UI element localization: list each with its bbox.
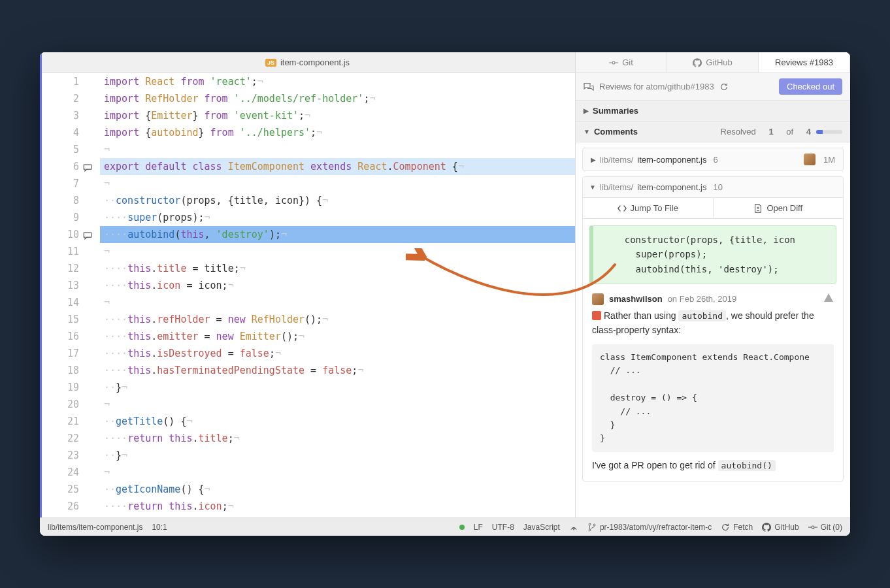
code-line[interactable]: ··getTitle() {¬ <box>100 413 575 430</box>
code-line[interactable]: import {autobind} from '../helpers';¬ <box>100 124 575 141</box>
side-panel-tabs: Git GitHub Reviews #1983 <box>576 52 850 73</box>
code-line[interactable]: ··}¬ <box>100 447 575 464</box>
code-line[interactable]: ¬ <box>100 464 575 481</box>
line-number-gutter[interactable]: 1234567891011121314151617181920212223242… <box>40 73 100 517</box>
jump-to-file-button[interactable]: Jump To File <box>583 198 714 218</box>
tab-git[interactable]: Git <box>576 52 667 73</box>
code-icon <box>618 204 627 213</box>
comment-marker-icon[interactable] <box>82 161 92 171</box>
tab-github[interactable]: GitHub <box>667 52 759 73</box>
app-window: JS item-component.js 1234567891011121314… <box>40 52 850 536</box>
diff-preview[interactable]: constructor(props, {title, icon super(pr… <box>589 225 836 284</box>
code-line[interactable]: ····this.isDestroyed = false;¬ <box>100 345 575 362</box>
svg-point-5 <box>589 529 591 531</box>
chevron-down-icon: ▼ <box>589 184 596 191</box>
thread-header[interactable]: ▼ lib/items/item-component.js 10 <box>583 177 843 198</box>
code-line[interactable]: ¬ <box>100 141 575 158</box>
code-line[interactable]: import RefHolder from '../models/ref-hol… <box>100 90 575 107</box>
chevron-down-icon: ▼ <box>584 128 590 135</box>
comment-date: on Feb 26th, 2019 <box>668 294 737 304</box>
comments-section-header[interactable]: ▼ Comments Resolved 1 of 4 <box>576 122 850 142</box>
github-icon <box>762 523 771 532</box>
main-area: JS item-component.js 1234567891011121314… <box>40 52 850 517</box>
comment-discussion-icon <box>584 82 594 92</box>
thread-actions: Jump To File Open Diff <box>583 198 843 219</box>
status-file-path[interactable]: lib/items/item-component.js <box>48 523 142 532</box>
status-line-ending[interactable]: LF <box>474 523 483 532</box>
refresh-icon[interactable] <box>719 82 729 91</box>
comment-marker-icon[interactable] <box>82 229 92 239</box>
code-line[interactable]: ¬ <box>100 175 575 192</box>
code-line[interactable]: ····autobind(this, 'destroy');¬ <box>100 226 575 243</box>
avatar <box>804 154 816 165</box>
status-fetch[interactable]: Fetch <box>721 523 753 532</box>
chevron-right-icon: ▶ <box>591 156 596 163</box>
sync-icon <box>721 523 730 532</box>
progress-bar <box>816 130 842 134</box>
js-file-icon: JS <box>265 59 276 67</box>
editor-pane: JS item-component.js 1234567891011121314… <box>40 52 576 517</box>
status-encoding[interactable]: UTF-8 <box>492 523 514 532</box>
svg-point-7 <box>812 525 814 528</box>
warning-icon <box>823 293 834 305</box>
code-line[interactable]: ····this.refHolder = new RefHolder();¬ <box>100 311 575 328</box>
svg-point-4 <box>589 523 591 525</box>
reviews-header: Reviews for atom/github#1983 Checked out <box>576 73 850 101</box>
svg-point-6 <box>593 524 595 526</box>
status-git[interactable]: Git (0) <box>808 523 842 532</box>
code-line[interactable]: ····return this.icon;¬ <box>100 498 575 515</box>
code-line[interactable]: ····this.icon = icon;¬ <box>100 277 575 294</box>
code-line[interactable]: ··constructor(props, {title, icon}) {¬ <box>100 192 575 209</box>
comment-author[interactable]: smashwilson <box>609 294 663 304</box>
avatar <box>592 293 604 305</box>
svg-point-3 <box>573 529 574 530</box>
code-line[interactable]: ····this.emitter = new Emitter();¬ <box>100 328 575 345</box>
editor-body[interactable]: 1234567891011121314151617181920212223242… <box>40 73 575 517</box>
resolved-progress-label: Resolved 1 of 4 <box>721 127 842 137</box>
code-line[interactable]: export default class ItemComponent exten… <box>100 158 575 175</box>
code-line[interactable]: ··getIconName() {¬ <box>100 481 575 498</box>
code-line[interactable]: ¬ <box>100 396 575 413</box>
status-github[interactable]: GitHub <box>762 523 799 532</box>
git-branch-icon <box>587 523 597 532</box>
reviews-for-label: Reviews for atom/github#1983 <box>599 82 714 91</box>
tab-reviews[interactable]: Reviews #1983 <box>759 52 850 73</box>
status-branch[interactable]: pr-1983/atom/vy/refractor-item-c <box>587 523 712 532</box>
code-line[interactable]: ¬ <box>100 294 575 311</box>
code-line[interactable]: ····this.title = title;¬ <box>100 260 575 277</box>
code-line[interactable]: ····return this.title;¬ <box>100 430 575 447</box>
open-diff-button[interactable]: Open Diff <box>714 198 844 218</box>
code-line[interactable]: import {Emitter} from 'event-kit';¬ <box>100 107 575 124</box>
code-line[interactable]: ··}¬ <box>100 379 575 396</box>
comment-thread-expanded: ▼ lib/items/item-component.js 10 Jump To… <box>582 176 844 482</box>
code-line[interactable]: ¬ <box>100 243 575 260</box>
svg-point-0 <box>612 61 615 63</box>
status-cursor-position[interactable]: 10:1 <box>152 523 167 532</box>
github-icon <box>693 58 702 67</box>
code-area[interactable]: import React from 'react';¬import RefHol… <box>100 73 575 517</box>
code-line[interactable]: ····this.hasTerminatedPendingState = fal… <box>100 362 575 379</box>
checked-out-button[interactable]: Checked out <box>779 78 842 95</box>
status-language[interactable]: JavaScript <box>523 523 560 532</box>
git-commit-icon <box>808 523 817 532</box>
status-clean-indicator <box>459 525 465 530</box>
status-signal-icon[interactable] <box>569 523 578 532</box>
code-line[interactable]: import React from 'react';¬ <box>100 73 575 90</box>
editor-tab-filename: item-component.js <box>280 57 350 67</box>
comment-thread-collapsed[interactable]: ▶ lib/items/item-component.js 6 1M <box>582 148 844 171</box>
editor-tabbar[interactable]: JS item-component.js <box>40 52 575 73</box>
file-diff-icon <box>753 204 763 213</box>
summaries-section-header[interactable]: ▶ Summaries <box>576 101 850 122</box>
chevron-right-icon: ▶ <box>584 107 589 114</box>
comment-body: Rather than using autobind, we should pr… <box>592 309 834 473</box>
suggestion-badge-icon <box>592 311 601 320</box>
code-example: class ItemComponent extends React.Compon… <box>592 344 834 453</box>
status-bar: lib/items/item-component.js 10:1 LF UTF-… <box>40 517 850 536</box>
code-line[interactable]: ····super(props);¬ <box>100 209 575 226</box>
reviews-panel: Git GitHub Reviews #1983 Reviews for ato… <box>576 52 850 517</box>
git-commit-icon <box>609 58 618 67</box>
review-comment: smashwilson on Feb 26th, 2019 Rather tha… <box>583 290 843 481</box>
